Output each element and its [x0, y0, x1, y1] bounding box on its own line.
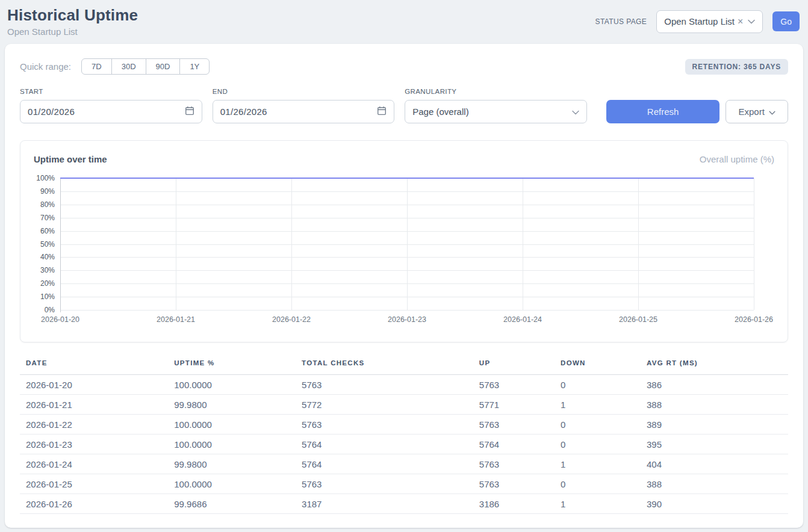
uptime-line-chart: 0%10%20%30%40%50%60%70%80%90%100%2026-01…: [60, 178, 754, 310]
table-cell: 5763: [473, 454, 555, 474]
granularity-select[interactable]: Page (overall): [405, 100, 587, 123]
h-gridline: [60, 310, 754, 311]
chevron-down-icon: [769, 107, 775, 117]
x-axis-tick: 2026-01-24: [503, 315, 542, 324]
x-axis-tick: 2026-01-20: [41, 315, 79, 324]
table-row: 2026-01-22100.0000576357630389: [20, 415, 788, 435]
table-row: 2026-01-2199.9800577257711388: [20, 395, 788, 415]
table-cell: 2026-01-21: [20, 395, 168, 415]
y-axis-tick: 60%: [40, 227, 60, 235]
x-axis-tick: 2026-01-26: [735, 315, 773, 324]
table-cell: 100.0000: [168, 474, 296, 494]
y-axis-tick: 100%: [36, 174, 60, 182]
table-cell: 100.0000: [168, 435, 296, 454]
table-cell: 5764: [296, 454, 473, 474]
table-cell: 0: [555, 435, 641, 454]
uptime-series-line: [60, 178, 754, 310]
table-cell: 1: [555, 494, 641, 514]
table-cell: 0: [555, 474, 641, 494]
chevron-down-icon: [572, 107, 579, 117]
end-date-value: 01/26/2026: [220, 107, 267, 117]
status-page-controls: STATUS PAGE Open Startup List × Go: [595, 10, 800, 33]
uptime-chart-card: Uptime over time Overall uptime (%) 0%10…: [20, 140, 788, 342]
quick-range-label: Quick range:: [20, 61, 71, 72]
y-axis-tick: 90%: [40, 187, 60, 196]
table-cell: 100.0000: [168, 415, 296, 435]
status-page-label: STATUS PAGE: [595, 17, 647, 26]
table-cell: 5763: [296, 415, 473, 435]
chart-title: Uptime over time: [34, 154, 107, 164]
uptime-table: DATEUPTIME %TOTAL CHECKSUPDOWNAVG RT (MS…: [20, 356, 788, 514]
table-row: 2026-01-23100.0000576457640395: [20, 435, 788, 454]
x-axis-tick: 2026-01-21: [157, 315, 195, 324]
start-date-value: 01/20/2026: [28, 107, 75, 117]
x-axis-tick: 2026-01-25: [619, 315, 657, 324]
table-cell: 1: [555, 454, 641, 474]
calendar-icon[interactable]: [185, 106, 194, 117]
refresh-button[interactable]: Refresh: [606, 100, 719, 123]
y-axis-tick: 30%: [40, 266, 60, 274]
table-cell: 404: [641, 454, 788, 474]
table-row: 2026-01-2699.9686318731861390: [20, 494, 788, 514]
y-axis-tick: 10%: [40, 292, 60, 301]
table-cell: 2026-01-20: [20, 375, 168, 395]
chart-legend: Overall uptime (%): [700, 154, 774, 164]
table-cell: 99.9800: [168, 454, 296, 474]
quick-range-30d[interactable]: 30D: [111, 58, 146, 75]
y-axis-tick: 70%: [40, 214, 60, 222]
chart-header: Uptime over time Overall uptime (%): [34, 154, 774, 164]
table-cell: 3187: [296, 494, 473, 514]
table-cell: 2026-01-22: [20, 415, 168, 435]
x-axis-tick: 2026-01-23: [388, 315, 426, 324]
quick-range-group: 7D30D90D1Y: [81, 58, 210, 75]
table-cell: 5771: [473, 395, 555, 415]
y-axis-tick: 20%: [40, 279, 60, 288]
column-header: DOWN: [555, 356, 641, 375]
retention-badge: RETENTION: 365 DAYS: [685, 59, 788, 75]
go-button[interactable]: Go: [772, 11, 800, 31]
status-page-select[interactable]: Open Startup List ×: [656, 10, 763, 33]
end-date-field: END 01/26/2026: [213, 88, 395, 123]
table-cell: 3186: [473, 494, 555, 514]
table-cell: 1: [555, 395, 641, 415]
x-axis-tick: 2026-01-22: [272, 315, 311, 324]
quick-range-7d[interactable]: 7D: [81, 58, 112, 75]
table-cell: 99.9686: [168, 494, 296, 514]
column-header: UP: [473, 356, 555, 375]
table-cell: 0: [555, 415, 641, 435]
main-card: Quick range: 7D30D90D1Y RETENTION: 365 D…: [5, 44, 803, 528]
table-cell: 5763: [473, 474, 555, 494]
page-header: Historical Uptime Open Startup List STAT…: [5, 0, 803, 44]
chevron-down-icon: [748, 19, 755, 24]
quick-range-1y[interactable]: 1Y: [179, 58, 210, 75]
table-cell: 5763: [296, 375, 473, 395]
table-row: 2026-01-25100.0000576357630388: [20, 474, 788, 494]
quick-range-90d[interactable]: 90D: [146, 58, 181, 75]
table-row: 2026-01-20100.0000576357630386: [20, 375, 788, 395]
end-date-input[interactable]: 01/26/2026: [213, 100, 395, 123]
table-cell: 99.9800: [168, 395, 296, 415]
table-cell: 390: [641, 494, 788, 514]
calendar-icon[interactable]: [377, 106, 387, 117]
granularity-label: GRANULARITY: [405, 88, 587, 95]
table-cell: 2026-01-24: [20, 454, 168, 474]
column-header: DATE: [20, 356, 168, 375]
table-cell: 100.0000: [168, 375, 296, 395]
table-cell: 2026-01-26: [20, 494, 168, 514]
table-cell: 0: [555, 375, 641, 395]
quick-range-row: Quick range: 7D30D90D1Y RETENTION: 365 D…: [20, 58, 788, 75]
start-date-input[interactable]: 01/20/2026: [20, 100, 202, 123]
export-button[interactable]: Export: [726, 100, 788, 123]
table-cell: 388: [641, 395, 788, 415]
start-date-label: START: [20, 88, 202, 95]
table-cell: 386: [641, 375, 788, 395]
table-cell: 5763: [296, 474, 473, 494]
clear-icon[interactable]: ×: [738, 17, 743, 26]
column-header: TOTAL CHECKS: [296, 356, 473, 375]
table-cell: 2026-01-23: [20, 435, 168, 454]
table-cell: 388: [641, 474, 788, 494]
title-block: Historical Uptime Open Startup List: [7, 6, 138, 37]
page: Historical Uptime Open Startup List STAT…: [0, 0, 808, 528]
page-title: Historical Uptime: [7, 6, 138, 25]
table-cell: 5763: [473, 415, 555, 435]
